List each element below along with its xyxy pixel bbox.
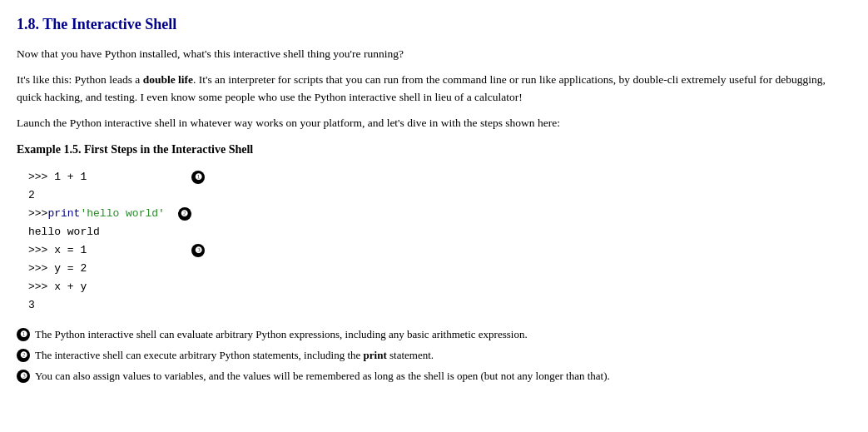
code-prompt-1: >>> 1 + 1 (28, 168, 87, 186)
annotation-callout-1: ❶ (17, 328, 30, 341)
annotation-item-1: ❶ The Python interactive shell can evalu… (17, 326, 851, 344)
code-output-1: 2 (28, 186, 851, 205)
code-line-5: >>> x + y (28, 278, 851, 296)
code-line-4: >>> y = 2 (28, 260, 851, 278)
code-output-2: hello world (28, 223, 851, 241)
example-title: Example 1.5. First Steps in the Interact… (17, 141, 851, 158)
paragraph-3: Launch the Python interactive shell in w… (17, 115, 851, 132)
code-line-2: >>> print 'hello world' ❷ (28, 205, 851, 223)
annotations-section: ❶ The Python interactive shell can evalu… (17, 326, 851, 385)
code-output-text-1: 2 (28, 189, 35, 201)
spacer-1 (87, 168, 186, 186)
annotation-text-3: You can also assign values to variables,… (35, 368, 610, 385)
code-prompt-4: >>> y = 2 (28, 262, 87, 275)
code-string-hello: 'hello world' (80, 205, 164, 223)
code-prompt-3: >>> x = 1 (28, 241, 87, 260)
annotation-text-2: The interactive shell can execute arbitr… (35, 347, 434, 365)
code-block: >>> 1 + 1 ❶ 2 >>> print 'hello world' ❷ … (17, 165, 851, 319)
spacer-2 (165, 205, 173, 223)
code-keyword-print: print (47, 205, 80, 223)
code-line-3: >>> x = 1 ❸ (28, 241, 851, 260)
code-output-3: 3 (28, 296, 851, 315)
code-output-text-3: 3 (28, 299, 35, 311)
callout-1: ❶ (191, 171, 205, 184)
annotation-callout-3: ❸ (17, 370, 30, 383)
annotation-item-2: ❷ The interactive shell can execute arbi… (17, 347, 851, 365)
callout-2: ❷ (178, 207, 191, 221)
annotation-item-3: ❸ You can also assign values to variable… (17, 368, 851, 385)
print-bold: print (364, 349, 387, 361)
section-heading: 1.8. The Interactive Shell (17, 13, 851, 36)
spacer-3 (87, 241, 186, 260)
bold-double-life: double life (143, 73, 193, 86)
code-line-1: >>> 1 + 1 ❶ (28, 168, 851, 186)
annotation-callout-2: ❷ (17, 349, 30, 362)
hello-world-output: hello world (28, 226, 100, 238)
code-prompt-5: >>> x + y (28, 281, 87, 293)
code-prompt-2: >>> (28, 205, 47, 223)
paragraph-2: It's like this: Python leads a double li… (17, 72, 851, 107)
annotation-text-1: The Python interactive shell can evaluat… (35, 326, 528, 344)
paragraph-1: Now that you have Python installed, what… (17, 46, 851, 63)
